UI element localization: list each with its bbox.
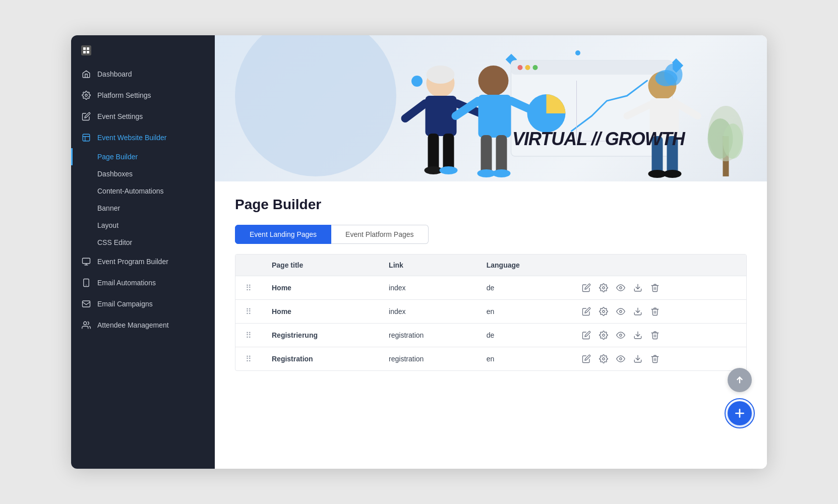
language-cell: en — [476, 347, 571, 371]
tab-platform-pages[interactable]: Event Platform Pages — [331, 225, 428, 244]
sidebar-item-event-settings[interactable]: Event Settings — [71, 106, 215, 127]
link-cell: index — [379, 276, 476, 300]
sidebar-logo — [71, 39, 215, 64]
settings-action-icon[interactable] — [598, 354, 609, 364]
sidebar-item-label: Platform Settings — [97, 91, 151, 99]
edit-action-icon[interactable] — [581, 354, 591, 364]
svg-point-54 — [602, 310, 605, 313]
download-action-icon[interactable] — [633, 330, 643, 340]
action-icons — [581, 354, 736, 364]
drag-cell: ⠿ — [235, 324, 262, 347]
link-cell: index — [379, 300, 476, 324]
sidebar-item-platform-settings[interactable]: Platform Settings — [71, 85, 215, 106]
sidebar-item-label: Event Program Builder — [97, 258, 168, 266]
row-link: registration — [389, 355, 424, 363]
language-cell: en — [476, 300, 571, 324]
svg-rect-1 — [87, 47, 89, 50]
svg-rect-34 — [496, 135, 507, 174]
drag-cell: ⠿ — [235, 276, 262, 300]
sidebar-sub-item-content-automations[interactable]: Content-Automations — [71, 182, 215, 200]
row-language: de — [487, 284, 495, 292]
tablet-icon — [81, 278, 91, 288]
sidebar-sub-item-dashboxes[interactable]: Dashboxes — [71, 165, 215, 182]
sidebar-item-email-automations[interactable]: Email Automations — [71, 272, 215, 293]
delete-action-icon[interactable] — [650, 306, 660, 317]
svg-point-21 — [427, 66, 455, 84]
col-actions — [571, 255, 746, 276]
monitor-icon — [81, 257, 91, 267]
action-icons — [581, 306, 736, 317]
sidebar-sub-item-label: CSS Editor — [97, 238, 132, 246]
edit-icon — [81, 111, 91, 121]
col-link: Link — [379, 255, 476, 276]
sidebar-sub-item-label: Page Builder — [97, 153, 138, 161]
svg-point-50 — [723, 123, 743, 159]
link-cell: registration — [379, 347, 476, 371]
sidebar-sub-item-layout[interactable]: Layout — [71, 217, 215, 234]
drag-handle[interactable]: ⠿ — [246, 331, 252, 340]
download-action-icon[interactable] — [633, 283, 643, 293]
page-title-cell: Home — [262, 276, 379, 300]
action-icons — [581, 330, 736, 340]
sidebar-item-email-campaigns[interactable]: Email Campaigns — [71, 293, 215, 314]
svg-rect-2 — [83, 51, 86, 53]
col-language: Language — [476, 255, 571, 276]
sidebar-item-dashboard[interactable]: Dashboard — [71, 64, 215, 85]
layout-icon — [81, 133, 91, 143]
link-cell: registration — [379, 324, 476, 347]
drag-handle[interactable]: ⠿ — [246, 284, 252, 292]
sidebar-item-label: Attendee Management — [97, 321, 169, 329]
svg-rect-26 — [443, 134, 454, 171]
row-page-title: Registration — [272, 355, 313, 363]
svg-point-61 — [619, 358, 622, 360]
page-builder-content: Page Builder Event Landing Pages Event P… — [215, 181, 767, 469]
sidebar-sub-item-banner[interactable]: Banner — [71, 200, 215, 217]
page-title-cell: Registrierung — [262, 324, 379, 347]
row-link: registration — [389, 331, 424, 339]
fab-add-wrapper — [725, 398, 755, 428]
table-header-row: Page title Link Language — [235, 255, 746, 276]
svg-rect-3 — [87, 51, 89, 53]
svg-point-36 — [493, 169, 511, 177]
drag-handle[interactable]: ⠿ — [246, 355, 252, 363]
fab-upload-button[interactable] — [728, 368, 752, 392]
sidebar-sub-item-page-builder[interactable]: Page Builder — [71, 148, 215, 165]
users-icon — [81, 320, 91, 330]
sidebar-item-event-program-builder[interactable]: Event Program Builder — [71, 251, 215, 272]
fab-add-button[interactable] — [728, 401, 752, 425]
hero-title: VIRTUAL // GROWTH — [512, 129, 685, 150]
download-action-icon[interactable] — [633, 354, 643, 364]
preview-action-icon[interactable] — [616, 306, 626, 317]
delete-action-icon[interactable] — [650, 330, 660, 340]
tab-landing-pages[interactable]: Event Landing Pages — [235, 225, 331, 244]
sidebar-item-label: Event Website Builder — [97, 134, 166, 142]
row-language: de — [487, 331, 495, 339]
delete-action-icon[interactable] — [650, 354, 660, 364]
row-link: index — [389, 307, 405, 316]
preview-action-icon[interactable] — [616, 283, 626, 293]
settings-action-icon[interactable] — [598, 283, 609, 293]
svg-line-23 — [405, 103, 426, 118]
preview-action-icon[interactable] — [616, 354, 626, 364]
sidebar-item-event-website-builder[interactable]: Event Website Builder — [71, 127, 215, 148]
col-drag — [235, 255, 262, 276]
svg-rect-6 — [83, 258, 90, 264]
sidebar-sub-item-css-editor[interactable]: CSS Editor — [71, 234, 215, 251]
edit-action-icon[interactable] — [581, 306, 591, 317]
sidebar-item-attendee-management[interactable]: Attendee Management — [71, 314, 215, 336]
svg-rect-5 — [83, 134, 90, 141]
action-icons — [581, 283, 736, 293]
preview-action-icon[interactable] — [616, 330, 626, 340]
drag-handle[interactable]: ⠿ — [246, 307, 252, 316]
edit-action-icon[interactable] — [581, 330, 591, 340]
sidebar-sub-item-label: Content-Automations — [97, 187, 164, 195]
sidebar-item-label: Event Settings — [97, 112, 143, 120]
settings-action-icon[interactable] — [598, 330, 609, 340]
actions-cell — [571, 347, 746, 371]
svg-point-52 — [619, 287, 622, 289]
delete-action-icon[interactable] — [650, 283, 660, 293]
download-action-icon[interactable] — [633, 306, 643, 317]
svg-point-51 — [602, 287, 605, 289]
settings-action-icon[interactable] — [598, 306, 609, 317]
edit-action-icon[interactable] — [581, 283, 591, 293]
